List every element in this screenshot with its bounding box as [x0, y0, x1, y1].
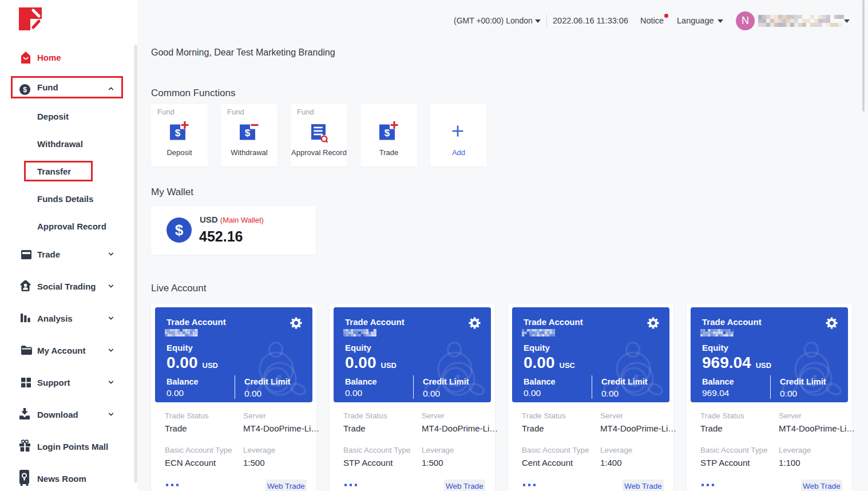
svg-text:$: $: [385, 128, 390, 138]
svg-text:$: $: [23, 86, 27, 94]
svg-text:$: $: [245, 128, 251, 138]
svg-text:$: $: [175, 128, 181, 138]
